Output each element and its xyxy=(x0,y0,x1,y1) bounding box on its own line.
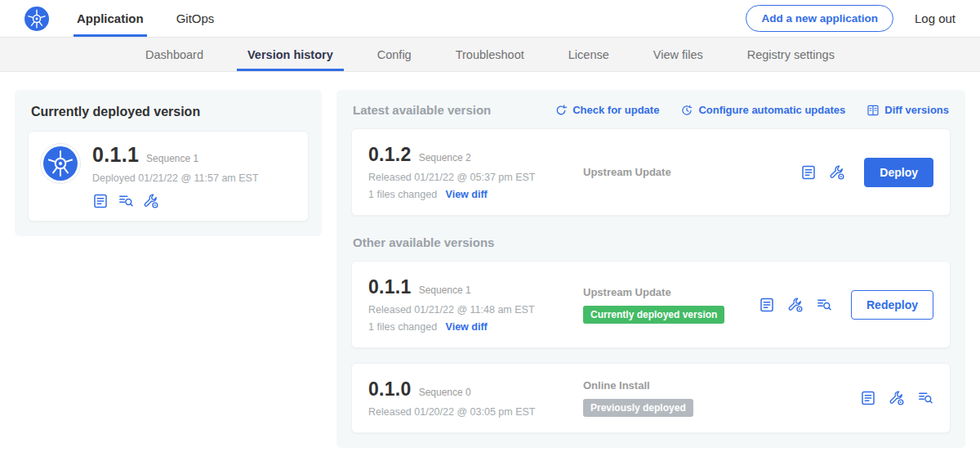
diff-versions-label: Diff versions xyxy=(884,104,949,116)
release-notes-icon[interactable] xyxy=(800,164,817,181)
version-row-0-1-2: 0.1.2 Sequence 2 Released 01/21/22 @ 05:… xyxy=(351,128,951,216)
clock-arrow-icon xyxy=(680,104,693,117)
redeploy-button[interactable]: Redeploy xyxy=(851,290,933,320)
release-notes-icon[interactable] xyxy=(759,297,775,313)
diff-icon[interactable] xyxy=(816,297,832,313)
version-sequence-label: Sequence 0 xyxy=(419,387,471,398)
files-changed-label: 1 files changed xyxy=(368,321,437,333)
currently-deployed-badge: Currently deployed version xyxy=(583,306,724,324)
released-timestamp: Released 01/20/22 @ 03:05 pm EST xyxy=(368,406,577,418)
version-number: 0.1.2 xyxy=(368,144,412,166)
configure-automatic-updates-link[interactable]: Configure automatic updates xyxy=(680,104,845,117)
config-wrench-icon[interactable] xyxy=(143,193,159,209)
logout-link[interactable]: Log out xyxy=(915,11,956,25)
subnav-license[interactable]: License xyxy=(546,38,631,71)
subnav-config[interactable]: Config xyxy=(355,38,434,71)
deployed-sequence-label: Sequence 1 xyxy=(146,153,198,164)
previously-deployed-badge: Previously deployed xyxy=(583,399,693,417)
diff-columns-icon xyxy=(866,104,880,117)
config-wrench-icon[interactable] xyxy=(787,297,804,313)
version-history-panel: Latest available version Check for updat… xyxy=(336,90,965,448)
currently-deployed-title: Currently deployed version xyxy=(31,105,309,119)
released-timestamp: Released 01/21/22 @ 11:48 am EST xyxy=(368,304,577,316)
check-for-update-label: Check for update xyxy=(572,104,659,116)
version-row-0-1-1: 0.1.1 Sequence 1 Released 01/21/22 @ 11:… xyxy=(351,261,951,348)
currently-deployed-panel: Currently deployed version 0.1.1 Sequenc… xyxy=(15,90,322,236)
subnav-view-files[interactable]: View files xyxy=(631,38,725,71)
check-for-update-link[interactable]: Check for update xyxy=(555,104,659,117)
kubernetes-logo-icon xyxy=(24,0,49,37)
deployed-app-logo-icon xyxy=(40,143,81,184)
tab-gitops[interactable]: GitOps xyxy=(176,0,215,37)
tab-application[interactable]: Application xyxy=(77,0,144,37)
diff-icon[interactable] xyxy=(118,193,134,209)
version-number: 0.1.1 xyxy=(368,276,412,298)
subnav-registry-settings[interactable]: Registry settings xyxy=(725,38,857,71)
other-available-versions-title: Other available versions xyxy=(353,235,949,249)
diff-versions-link[interactable]: Diff versions xyxy=(866,104,949,117)
top-header: Application GitOps Add a new application… xyxy=(0,0,980,38)
refresh-icon xyxy=(555,104,568,117)
configure-updates-label: Configure automatic updates xyxy=(698,104,845,116)
deploy-button[interactable]: Deploy xyxy=(864,158,933,187)
view-diff-link[interactable]: View diff xyxy=(446,189,488,200)
main-content: Currently deployed version 0.1.1 Sequenc… xyxy=(0,72,980,461)
deployed-version-card: 0.1.1 Sequence 1 Deployed 01/21/22 @ 11:… xyxy=(28,131,309,222)
version-source-label: Online Install xyxy=(583,379,853,392)
view-diff-link[interactable]: View diff xyxy=(446,321,488,333)
files-changed-label: 1 files changed xyxy=(368,189,437,200)
subnav-dashboard[interactable]: Dashboard xyxy=(123,38,225,71)
deployed-timestamp: Deployed 01/21/22 @ 11:57 am EST xyxy=(92,172,259,184)
version-sequence-label: Sequence 1 xyxy=(419,284,471,296)
version-row-0-1-0: 0.1.0 Sequence 0 Released 01/20/22 @ 03:… xyxy=(351,363,951,433)
add-application-button[interactable]: Add a new application xyxy=(746,5,893,32)
subnav-version-history[interactable]: Version history xyxy=(225,38,355,71)
diff-icon[interactable] xyxy=(917,390,933,406)
app-subnav: Dashboard Version history Config Trouble… xyxy=(0,38,980,72)
released-timestamp: Released 01/21/22 @ 05:37 pm EST xyxy=(368,172,577,183)
version-source-label: Upstream Update xyxy=(583,286,752,298)
version-source-label: Upstream Update xyxy=(583,166,794,178)
version-number: 0.1.0 xyxy=(368,378,412,401)
subnav-troubleshoot[interactable]: Troubleshoot xyxy=(434,38,546,71)
config-wrench-icon[interactable] xyxy=(829,164,845,181)
release-notes-icon[interactable] xyxy=(860,390,876,406)
latest-available-title: Latest available version xyxy=(353,103,491,117)
config-wrench-icon[interactable] xyxy=(889,390,905,406)
top-tabs: Application GitOps xyxy=(77,0,214,37)
version-sequence-label: Sequence 2 xyxy=(419,152,471,163)
release-notes-icon[interactable] xyxy=(92,193,109,209)
deployed-version-number: 0.1.1 xyxy=(92,143,139,167)
